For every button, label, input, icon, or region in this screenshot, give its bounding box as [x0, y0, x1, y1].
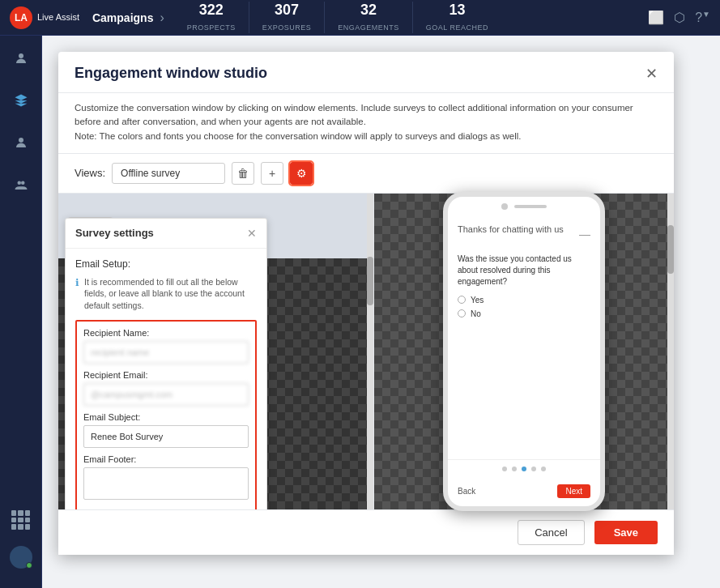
popup-close-button[interactable]: ✕: [247, 227, 257, 240]
nav-arrow-icon: ›: [160, 11, 164, 25]
nav-stats: 322PROSPECTS307EXPOSURES32ENGAGEMENTS13G…: [174, 2, 501, 33]
sidebar-bottom: [8, 507, 34, 578]
cancel-button[interactable]: Cancel: [518, 520, 584, 545]
nav-dropdown-chevron[interactable]: ▼: [702, 10, 710, 19]
stat-item-engagements[interactable]: 32ENGAGEMENTS: [325, 2, 413, 33]
radio-yes-circle: [458, 296, 466, 304]
logo-icon: LA: [10, 6, 32, 29]
chat-header-text: Thanks for chatting with us: [458, 224, 564, 234]
campaigns-nav[interactable]: Campaigns: [92, 11, 153, 24]
recipient-name-label: Recipient Name:: [83, 328, 249, 338]
phone-top-bar: [448, 197, 600, 216]
stat-item-goal reached[interactable]: 13GOAL REACHED: [413, 2, 501, 33]
phone-speaker: [514, 205, 547, 208]
recipient-name-input[interactable]: [83, 341, 249, 364]
red-border-section: Recipient Name: Recipient Email: Email S…: [75, 320, 257, 509]
nav-right: ⬜ ⬡ ?: [648, 10, 702, 25]
dialog-header: Engagement window studio ✕: [58, 52, 674, 93]
layers-icon[interactable]: ⬡: [674, 10, 685, 25]
sidebar-icon-user[interactable]: [8, 45, 34, 71]
popup-body: Email Setup: ℹ It is recommended to fill…: [66, 249, 266, 509]
layout: Engagement window studio ✕ Customize the…: [0, 36, 720, 588]
phone-camera: [501, 203, 508, 210]
phone-preview-panel: Thanks for chatting with us — Was the is…: [374, 194, 674, 509]
dot-4: [531, 467, 536, 471]
info-icon: ℹ: [75, 277, 79, 288]
chat-question: Was the issue you contacted us about res…: [458, 254, 590, 288]
phone-nav: Back Next: [448, 478, 600, 506]
engagement-window-dialog: Engagement window studio ✕ Customize the…: [58, 52, 674, 555]
dialog-body: Offli... Survey settings ✕ Email Setup: …: [58, 194, 674, 509]
recipient-email-label: Recipient Email:: [83, 370, 249, 380]
stat-item-exposures[interactable]: 307EXPOSURES: [249, 2, 326, 33]
svg-point-1: [19, 138, 23, 143]
phone-dots: [448, 459, 600, 478]
settings-button[interactable]: ⚙: [290, 162, 313, 185]
top-nav: LA Live Assist Campaigns › 322PROSPECTS3…: [0, 0, 720, 36]
dot-5: [541, 467, 546, 471]
dialog-desc-note: Note: The colors and fonts you choose fo…: [75, 131, 521, 141]
sidebar-icon-tag[interactable]: [8, 87, 34, 113]
phone-back-button[interactable]: Back: [458, 487, 475, 496]
logo-area: LA Live Assist: [10, 6, 79, 29]
dot-3: [522, 467, 526, 471]
email-subject-input[interactable]: [83, 425, 249, 448]
apps-icon[interactable]: [8, 507, 34, 533]
email-footer-label: Email Footer:: [83, 454, 249, 464]
add-button[interactable]: +: [261, 162, 283, 185]
close-button[interactable]: ✕: [645, 65, 658, 83]
popup-title: Survey settings: [75, 227, 154, 239]
svg-point-2: [17, 181, 21, 185]
popup-header: Survey settings ✕: [66, 219, 266, 249]
email-subject-label: Email Subject:: [83, 412, 249, 422]
monitor-icon[interactable]: ⬜: [648, 10, 664, 25]
preview-scrollbar[interactable]: [667, 194, 674, 509]
email-setup-label: Email Setup:: [75, 258, 257, 270]
recipient-email-input[interactable]: [83, 383, 249, 406]
save-button[interactable]: Save: [594, 521, 658, 544]
avatar[interactable]: [10, 546, 32, 569]
editor-scrollbar[interactable]: [367, 194, 373, 509]
main-content: Engagement window studio ✕ Customize the…: [42, 36, 720, 588]
dialog-toolbar: Views: Offline survey Online survey Pre-…: [58, 154, 674, 194]
info-row: ℹ It is recommended to fill out all the …: [75, 276, 257, 312]
dot-1: [502, 467, 507, 471]
help-icon[interactable]: ?: [695, 11, 702, 25]
svg-point-3: [21, 181, 25, 185]
delete-button[interactable]: 🗑: [232, 162, 254, 185]
phone-next-button[interactable]: Next: [557, 484, 590, 498]
stat-item-prospects[interactable]: 322PROSPECTS: [174, 2, 249, 33]
info-text: It is recommended to fill out all the be…: [84, 276, 257, 312]
views-select[interactable]: Offline survey Online survey Pre-chat su…: [112, 163, 225, 184]
radio-no-circle: [458, 309, 466, 317]
minimize-icon: —: [579, 228, 590, 241]
editor-scrollbar-thumb: [367, 257, 373, 305]
radio-no[interactable]: No: [458, 309, 590, 318]
survey-settings-popup: Survey settings ✕ Email Setup: ℹ It is r…: [65, 218, 267, 509]
dialog-desc-text: Customize the conversation window by cli…: [75, 103, 633, 141]
sidebar-icon-person[interactable]: [8, 130, 34, 156]
email-footer-input[interactable]: [83, 467, 249, 500]
dialog-title: Engagement window studio: [75, 65, 267, 82]
online-status-dot: [26, 562, 32, 569]
preview-scrollbar-thumb: [667, 225, 674, 274]
radio-no-label: No: [471, 309, 481, 318]
phone-frame: Thanks for chatting with us — Was the is…: [443, 192, 605, 511]
sidebar-icon-group[interactable]: [8, 172, 34, 198]
dot-2: [512, 467, 517, 471]
views-label: Views:: [75, 167, 105, 179]
radio-yes-label: Yes: [471, 296, 484, 305]
dialog-description: Customize the conversation window by cli…: [58, 93, 674, 154]
radio-yes[interactable]: Yes: [458, 296, 590, 305]
logo-text: Live Assist: [37, 12, 79, 23]
sidebar: [0, 36, 42, 588]
chat-window: Thanks for chatting with us — Was the is…: [448, 216, 600, 459]
dialog-footer: Cancel Save: [58, 509, 674, 555]
svg-point-0: [19, 53, 23, 58]
editor-panel: Offli... Survey settings ✕ Email Setup: …: [58, 194, 374, 509]
